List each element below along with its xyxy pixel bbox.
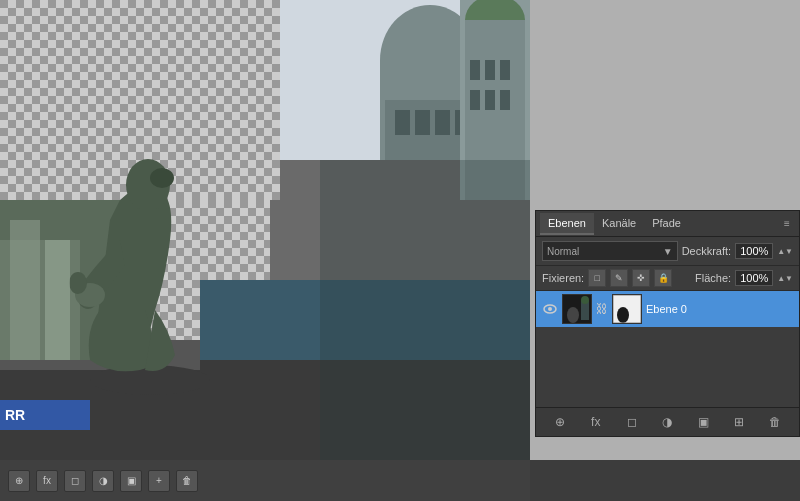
blend-mode-label: Normal — [547, 246, 579, 257]
layer-thumbnail-image — [562, 294, 592, 324]
layer-name: Ebene 0 — [646, 303, 793, 315]
layer-mask-thumbnail — [612, 294, 642, 324]
panel-tabs: Ebenen Kanäle Pfade — [540, 213, 779, 235]
fix-row: Fixieren: □ ✎ ✜ 🔒 Fläche: 100% ▲▼ — [536, 266, 799, 291]
fix-draw-btn[interactable]: ✎ — [610, 269, 628, 287]
svg-rect-33 — [10, 220, 40, 360]
new-layer-icon[interactable]: ⊞ — [729, 412, 749, 432]
group-btn[interactable]: ▣ — [120, 470, 142, 492]
tab-pfade[interactable]: Pfade — [644, 213, 689, 235]
status-bar — [530, 460, 800, 501]
svg-text:RR: RR — [5, 407, 25, 423]
right-grey-area — [535, 0, 800, 210]
fix-all-btn[interactable]: 🔒 — [654, 269, 672, 287]
blend-opacity-row: Normal ▼ Deckkraft: 100% ▲▼ — [536, 237, 799, 266]
svg-rect-37 — [320, 160, 530, 460]
new-layer-btn[interactable]: + — [148, 470, 170, 492]
svg-rect-18 — [500, 60, 510, 80]
delete-icon[interactable]: 🗑 — [765, 412, 785, 432]
panel-bottom-toolbar: ⊕ fx ◻ ◑ ▣ ⊞ 🗑 — [536, 407, 799, 436]
delete-layer-btn[interactable]: 🗑 — [176, 470, 198, 492]
fx-layer-icon[interactable]: fx — [586, 412, 606, 432]
fix-position-btn[interactable]: □ — [588, 269, 606, 287]
mask-layer-icon[interactable]: ◻ — [622, 412, 642, 432]
fix-label: Fixieren: — [542, 272, 584, 284]
svg-point-32 — [69, 272, 87, 294]
layers-panel: Ebenen Kanäle Pfade ≡ Normal ▼ Deckkraft… — [535, 210, 800, 437]
adj-layer-icon[interactable]: ◑ — [657, 412, 677, 432]
layer-visibility-toggle[interactable] — [542, 301, 558, 317]
opacity-input[interactable]: 100% — [735, 243, 773, 259]
blend-mode-arrow: ▼ — [663, 246, 673, 257]
svg-rect-21 — [500, 90, 510, 110]
link-icon[interactable]: ⊕ — [550, 412, 570, 432]
canvas-area: RR — [0, 0, 530, 460]
link-layers-btn[interactable]: ⊕ — [8, 470, 30, 492]
flaeche-input[interactable]: 100% — [735, 270, 773, 286]
svg-point-41 — [567, 307, 579, 323]
svg-rect-19 — [470, 90, 480, 110]
svg-point-44 — [581, 296, 589, 304]
tab-ebenen[interactable]: Ebenen — [540, 213, 594, 235]
layer-chain-icon: ⛓ — [596, 302, 608, 316]
svg-rect-9 — [395, 110, 410, 135]
fx-btn[interactable]: fx — [36, 470, 58, 492]
adj-btn[interactable]: ◑ — [92, 470, 114, 492]
opacity-arrow[interactable]: ▲▼ — [777, 247, 793, 256]
svg-point-29 — [150, 168, 174, 188]
svg-rect-30 — [140, 205, 156, 220]
bottom-toolbar: ⊕ fx ◻ ◑ ▣ + 🗑 — [0, 460, 530, 501]
tab-kanaele[interactable]: Kanäle — [594, 213, 644, 235]
svg-rect-17 — [485, 60, 495, 80]
svg-rect-16 — [470, 60, 480, 80]
svg-rect-20 — [485, 90, 495, 110]
layer-row[interactable]: ⛓ Ebene 0 — [536, 291, 799, 327]
panel-menu-btn[interactable]: ≡ — [779, 216, 795, 232]
svg-rect-11 — [435, 110, 450, 135]
svg-point-39 — [548, 307, 552, 311]
svg-rect-34 — [45, 240, 70, 360]
layers-empty-area — [536, 327, 799, 407]
eye-icon — [543, 302, 557, 316]
flaeche-label: Fläche: — [695, 272, 731, 284]
svg-point-46 — [617, 307, 629, 323]
fix-move-btn[interactable]: ✜ — [632, 269, 650, 287]
folder-icon[interactable]: ▣ — [693, 412, 713, 432]
mask-btn[interactable]: ◻ — [64, 470, 86, 492]
panel-header: Ebenen Kanäle Pfade ≡ — [536, 211, 799, 237]
flaeche-arrow[interactable]: ▲▼ — [777, 274, 793, 283]
opacity-label: Deckkraft: — [682, 245, 732, 257]
svg-rect-10 — [415, 110, 430, 135]
canvas-image: RR — [0, 0, 530, 460]
blend-mode-select[interactable]: Normal ▼ — [542, 241, 678, 261]
